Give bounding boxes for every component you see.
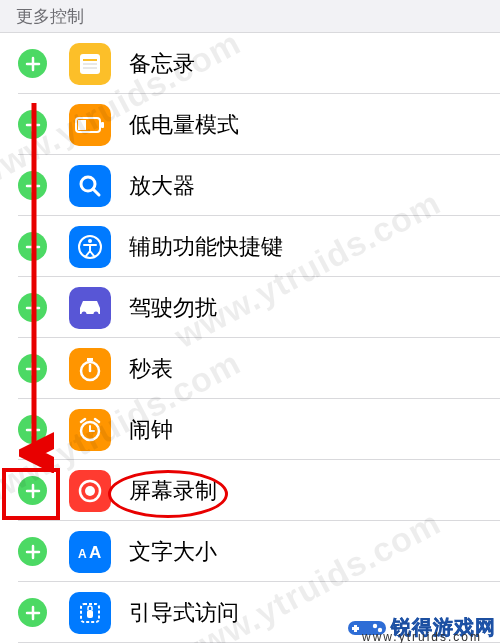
plus-icon [25, 361, 41, 377]
svg-text:A: A [78, 547, 87, 561]
add-button[interactable] [18, 232, 47, 261]
control-row: 屏幕录制 [0, 460, 500, 521]
control-row: 低电量模式 [0, 94, 500, 155]
guided-icon [69, 592, 111, 634]
control-row: 闹钟 [0, 399, 500, 460]
control-label: 备忘录 [129, 49, 500, 79]
plus-icon [25, 239, 41, 255]
add-button[interactable] [18, 49, 47, 78]
add-button[interactable] [18, 537, 47, 566]
add-button[interactable] [18, 476, 47, 505]
add-button[interactable] [18, 415, 47, 444]
magnifier-icon [69, 165, 111, 207]
control-label: 放大器 [129, 171, 500, 201]
control-label: 闹钟 [129, 415, 500, 445]
car-icon [69, 287, 111, 329]
control-label: 驾驶勿扰 [129, 293, 500, 323]
section-header: 更多控制 [0, 0, 500, 33]
plus-icon [25, 483, 41, 499]
add-button[interactable] [18, 171, 47, 200]
svg-point-18 [88, 239, 92, 243]
notes-icon [69, 43, 111, 85]
svg-point-22 [94, 311, 99, 316]
svg-rect-46 [87, 610, 93, 618]
control-label: 低电量模式 [129, 110, 500, 140]
battery-icon [69, 104, 111, 146]
control-label: 文字大小 [129, 537, 500, 567]
control-row: 驾驶勿扰 [0, 277, 500, 338]
plus-icon [25, 544, 41, 560]
control-label: 屏幕录制 [129, 476, 500, 506]
control-label: 辅助功能快捷键 [129, 232, 500, 262]
plus-icon [25, 422, 41, 438]
add-button[interactable] [18, 293, 47, 322]
alarm-icon [69, 409, 111, 451]
plus-icon [25, 178, 41, 194]
screen-root: 更多控制 备忘录低电量模式放大器辅助功能快捷键驾驶勿扰秒表闹钟屏幕录制AA文字大… [0, 0, 500, 643]
svg-line-33 [81, 419, 85, 422]
svg-text:A: A [89, 543, 101, 562]
add-button[interactable] [18, 598, 47, 627]
section-header-label: 更多控制 [16, 5, 84, 28]
control-row: 辅助功能快捷键 [0, 216, 500, 277]
svg-rect-27 [87, 358, 93, 361]
control-row: 备忘录 [0, 33, 500, 94]
accessibility-icon [69, 226, 111, 268]
record-icon [69, 470, 111, 512]
control-row: 秒表 [0, 338, 500, 399]
control-label: 秒表 [129, 354, 500, 384]
stopwatch-icon [69, 348, 111, 390]
svg-point-21 [82, 311, 87, 316]
svg-rect-9 [101, 122, 104, 128]
plus-icon [25, 605, 41, 621]
svg-rect-10 [78, 120, 86, 130]
plus-icon [25, 117, 41, 133]
plus-icon [25, 300, 41, 316]
add-button[interactable] [18, 354, 47, 383]
control-row: AA文字大小 [0, 521, 500, 582]
control-row: 放大器 [0, 155, 500, 216]
plus-icon [25, 56, 41, 72]
svg-line-14 [93, 189, 99, 195]
svg-line-34 [95, 419, 99, 422]
brand-sub-url: www.ytruids.com [362, 630, 482, 643]
add-button[interactable] [18, 110, 47, 139]
textsize-icon: AA [69, 531, 111, 573]
control-label: 引导式访问 [129, 598, 500, 628]
controls-list: 备忘录低电量模式放大器辅助功能快捷键驾驶勿扰秒表闹钟屏幕录制AA文字大小引导式访… [0, 33, 500, 643]
svg-point-38 [85, 486, 95, 496]
